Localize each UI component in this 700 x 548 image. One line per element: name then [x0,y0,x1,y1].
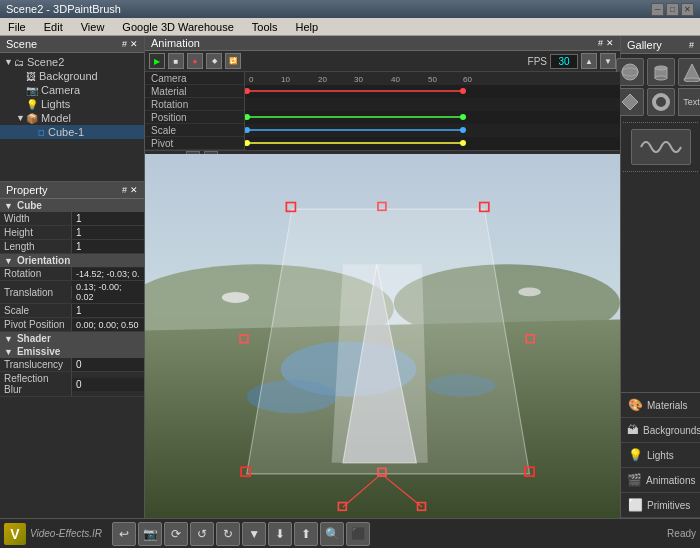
prop-rotation: Rotation -14.52; -0.03; 0. [0,267,144,281]
play-button[interactable]: ▶ [149,53,165,69]
gallery-btn-materials[interactable]: 🎨 Materials [621,393,700,418]
svg-point-63 [655,66,667,70]
svg-point-29 [460,127,466,133]
menu-file[interactable]: File [4,21,30,33]
minimize-button[interactable]: ─ [651,3,664,16]
gallery-btn-primitives[interactable]: ⬜ Primitives [621,493,700,518]
tree-item-model[interactable]: ▼ 📦 Model [0,111,144,125]
gallery-ring[interactable] [647,88,675,116]
toolbar-btn-4[interactable]: ↺ [190,522,214,546]
prop-translation: Translation 0.13; -0.00; 0.02 [0,281,144,304]
toolbar-btn-1[interactable]: ↩ [112,522,136,546]
gallery-btn-animations[interactable]: 🎬 Animations [621,468,700,493]
svg-point-26 [460,114,466,120]
record-button[interactable]: ● [187,53,203,69]
left-column: Scene # ✕ ▼ 🗂 Scene2 🖼 Background [0,36,145,518]
svg-point-41 [247,380,337,413]
svg-marker-47 [343,264,417,463]
tree-item-cube1[interactable]: ◻ Cube-1 [0,125,144,139]
property-close-icon[interactable]: ✕ [130,185,138,195]
prop-length: Length 1 [0,240,144,254]
toolbar-btn-6[interactable]: ▼ [242,522,266,546]
menu-edit[interactable]: Edit [40,21,67,33]
stop-button[interactable]: ■ [168,53,184,69]
menu-help[interactable]: Help [292,21,323,33]
svg-rect-51 [525,467,534,476]
animations-label: Animations [646,475,695,486]
logo-area: V Video-Effects.IR [4,523,102,545]
gallery-row-2: Text [616,88,700,116]
prop-pivot: Pivot Position 0.00; 0.00; 0.50 [0,318,144,332]
toolbar-btn-10[interactable]: ⬛ [346,522,370,546]
property-pin-icon[interactable]: # [122,185,127,195]
svg-rect-55 [240,335,248,343]
svg-point-42 [428,375,496,397]
lights-label: Lights [647,450,674,461]
tree-item-background[interactable]: 🖼 Background [0,69,144,83]
scene-tree: ▼ 🗂 Scene2 🖼 Background 📷 Camera [0,53,144,181]
svg-text:0: 0 [249,75,254,84]
viewport[interactable] [145,154,620,518]
logo-icon: V [4,523,26,545]
svg-point-23 [460,88,466,94]
toolbar-btn-5[interactable]: ↻ [216,522,240,546]
gallery-diamond[interactable] [616,88,644,116]
anim-label-pivot: Pivot [145,137,244,150]
prop-scale: Scale 1 [0,304,144,318]
window-title: Scene2 - 3DPaintBrush [6,3,121,15]
property-header: Property # ✕ [0,182,144,199]
toolbar-btn-8[interactable]: ⬆ [294,522,318,546]
gallery-pin-icon[interactable]: # [689,40,694,50]
tree-item-scene2[interactable]: ▼ 🗂 Scene2 [0,55,144,69]
gallery-spring[interactable] [631,129,691,165]
fps-up-button[interactable]: ▲ [581,53,597,69]
close-button[interactable]: ✕ [681,3,694,16]
svg-text:40: 40 [391,75,400,84]
maximize-button[interactable]: □ [666,3,679,16]
toolbar-btn-9[interactable]: 🔍 [320,522,344,546]
gallery-btn-backgrounds[interactable]: 🏔 Backgrounds [621,418,700,443]
anim-timeline[interactable]: 0 10 20 30 40 50 60 [245,72,620,150]
toolbar-btn-3[interactable]: ⟳ [164,522,188,546]
gallery-cone[interactable] [678,58,701,86]
menu-tools[interactable]: Tools [248,21,282,33]
animations-icon: 🎬 [627,472,642,488]
anim-label-material: Material [145,85,244,98]
tree-item-lights[interactable]: 💡 Lights [0,97,144,111]
property-panel: Property # ✕ ▼ Cube Width 1 Height 1 Len… [0,181,145,518]
gallery-title: Gallery [627,39,662,51]
fps-value[interactable]: 30 [550,54,578,69]
prop-width: Width 1 [0,212,144,226]
prop-translucency: Translucency 0 [0,358,144,372]
prop-section-orientation: ▼ Orientation [0,254,144,267]
anim-pin-icon[interactable]: # [598,38,603,48]
svg-rect-36 [145,154,620,518]
keyframe-button[interactable]: ◆ [206,53,222,69]
watermark: Video-Effects.IR [30,528,102,539]
svg-point-68 [654,95,668,109]
svg-text:60: 60 [463,75,472,84]
svg-point-44 [518,287,541,296]
svg-marker-46 [332,264,428,463]
fps-down-button[interactable]: ▼ [600,53,616,69]
bottom-bar: V Video-Effects.IR ↩ 📷 ⟳ ↺ ↻ ▼ ⬇ ⬆ 🔍 ⬛ R… [0,518,700,548]
anim-label-rotation: Rotation [145,98,244,111]
animation-content: Camera Material Rotation Position Scale … [145,72,620,150]
gallery-cylinder[interactable] [647,58,675,86]
animation-title: Animation [151,37,200,49]
tree-item-camera[interactable]: 📷 Camera [0,83,144,97]
toolbar-btn-2[interactable]: 📷 [138,522,162,546]
anim-close-icon[interactable]: ✕ [606,38,614,48]
prop-reflection-blur: Reflection Blur 0 [0,372,144,397]
toolbar-btn-7[interactable]: ⬇ [268,522,292,546]
gallery-text[interactable]: Text [678,88,700,116]
svg-rect-48 [286,203,295,212]
menu-view[interactable]: View [77,21,109,33]
scene-close-icon[interactable]: ✕ [130,39,138,49]
scene-pin-icon[interactable]: # [122,39,127,49]
svg-line-57 [381,474,422,507]
menu-google-3d[interactable]: Google 3D Warehouse [118,21,238,33]
loop-button[interactable]: 🔁 [225,53,241,69]
gallery-btn-lights[interactable]: 💡 Lights [621,443,700,468]
svg-rect-50 [241,467,250,476]
